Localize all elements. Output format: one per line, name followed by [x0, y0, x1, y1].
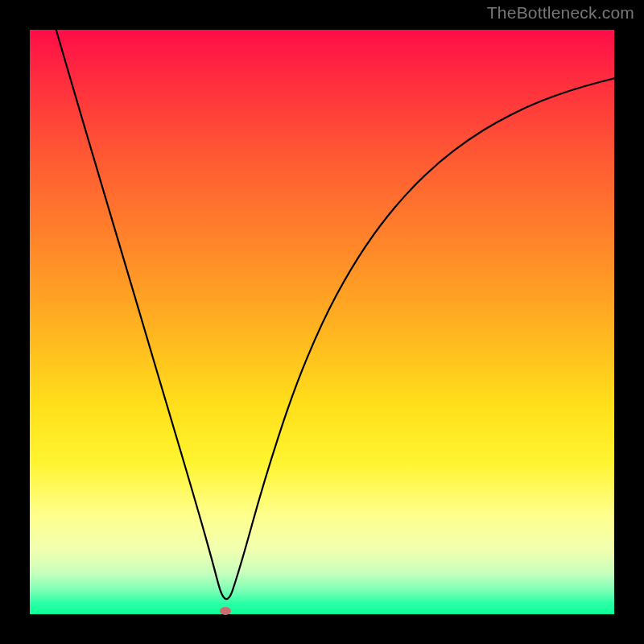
curve-svg — [30, 30, 614, 614]
watermark-text: TheBottleneck.com — [487, 3, 634, 23]
chart-frame: TheBottleneck.com — [0, 0, 644, 644]
bottleneck-curve — [56, 30, 614, 599]
plot-area — [30, 30, 614, 614]
